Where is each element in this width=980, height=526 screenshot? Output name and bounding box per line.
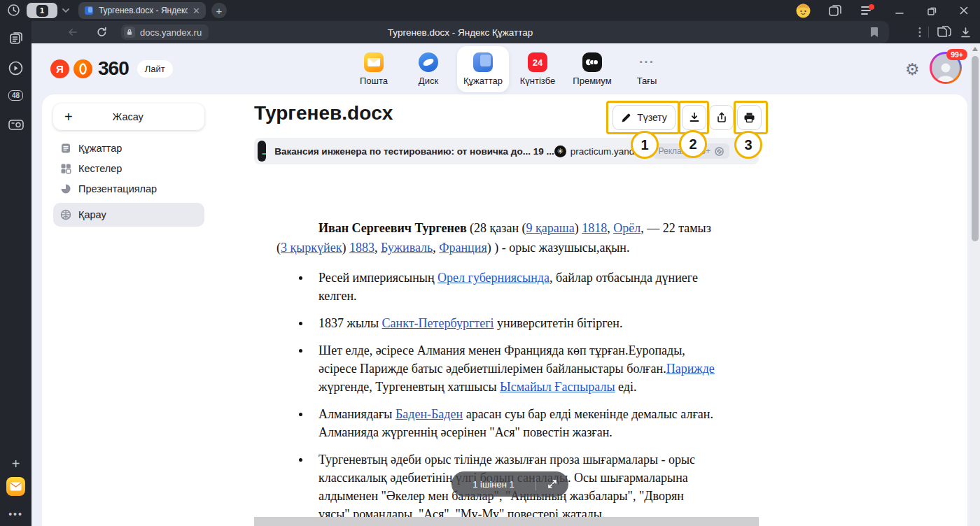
content-card: + Жасау Құжаттар Кестелер Презентациялар…: [42, 94, 967, 526]
doc-text: ,: [607, 221, 613, 235]
doc-text: ): [342, 241, 349, 255]
disk-app-icon: [419, 52, 438, 72]
doc-intro-paragraph: Иван Сергеевич Тургенев (28 қазан (9 қар…: [276, 218, 715, 257]
tab-list-chevron-icon[interactable]: [62, 6, 70, 15]
window-restore-button[interactable]: [916, 0, 948, 21]
profile-avatar[interactable]: 99+: [930, 52, 962, 84]
doc-hyperlink[interactable]: Парижде: [666, 362, 715, 376]
tab-counter-value: 1: [36, 5, 48, 17]
docs-sidebar: Құжаттар Кестелер Презентациялар Қарау: [53, 138, 204, 227]
doc-text: ,: [374, 241, 381, 255]
browser-menu-icon[interactable]: [851, 0, 883, 21]
doc-text: Алманиядағы: [318, 407, 396, 421]
nav-item-calendar[interactable]: 24 Күнтізбе: [512, 46, 564, 92]
doc-bullet: Шет елде, әсіресе Алмания менен Францияд…: [318, 341, 715, 396]
speed-badge[interactable]: 48: [0, 90, 31, 101]
bookmark-icon[interactable]: [869, 27, 879, 38]
doc-hyperlink[interactable]: 3 қыркүйек: [281, 241, 342, 255]
panel-more-icon[interactable]: •••: [0, 509, 31, 520]
brand-text: 360: [98, 57, 129, 80]
reload-icon[interactable]: [96, 27, 108, 38]
sidebar-item-presentations[interactable]: Презентациялар: [53, 178, 204, 199]
globe-icon: [60, 209, 71, 220]
annotation-label-3: 3: [734, 131, 762, 159]
tab-groups-icon[interactable]: [819, 0, 851, 21]
back-icon[interactable]: [66, 27, 78, 38]
browser-tab[interactable]: Тургенев.docx - Яндекс ✕: [78, 2, 206, 19]
fullscreen-expand-icon[interactable]: [536, 478, 568, 490]
sidebar-item-tables[interactable]: Кестелер: [53, 158, 204, 178]
address-more-icon[interactable]: [918, 27, 921, 38]
yandex-mail-icon[interactable]: [0, 477, 31, 496]
annotation-box-2: [678, 101, 709, 134]
ad-info-icon[interactable]: [715, 147, 724, 156]
panel-add-icon[interactable]: +: [0, 456, 31, 472]
document-favicon: [84, 6, 94, 15]
sidebar-item-view[interactable]: Қарау: [53, 203, 204, 227]
yandex-360-logo[interactable]: Я 360 Лайт: [50, 57, 173, 80]
doc-hyperlink[interactable]: 1883: [349, 241, 374, 255]
doc-hyperlink[interactable]: Франция: [439, 241, 486, 255]
scrollbar-up-arrow[interactable]: [972, 47, 978, 51]
create-button[interactable]: + Жасау: [53, 104, 204, 130]
video-icon[interactable]: [0, 60, 31, 76]
doc-hyperlink[interactable]: Санкт-Петербургтегі: [382, 316, 494, 330]
services-nav: Пошта Диск Құжаттар 24 Күнтізбе Премиум …: [348, 46, 673, 92]
documents-app-icon: [473, 52, 493, 72]
page-break-gap: [254, 517, 759, 526]
lock-icon[interactable]: [124, 27, 135, 38]
share-button[interactable]: [709, 105, 734, 130]
doc-hyperlink[interactable]: 9 қараша: [526, 221, 575, 235]
more-apps-icon: ···: [637, 52, 657, 72]
collections-icon[interactable]: [936, 25, 953, 39]
doc-text: Ресей империясының: [318, 271, 438, 285]
browser-titlebar: 1 Тургенев.docx - Яндекс ✕ +: [0, 0, 980, 21]
ad-thumbnail: [258, 141, 266, 162]
doc-text: 1837 жылы: [318, 316, 382, 330]
nav-item-premium[interactable]: Премиум: [566, 46, 618, 92]
doc-hyperlink[interactable]: Ысмайыл Ғаспыралы: [500, 380, 615, 394]
history-clock-icon[interactable]: [7, 3, 20, 17]
tab-title: Тургенев.docx - Яндекс: [99, 6, 188, 15]
toolbar-divider: [928, 27, 929, 38]
profile-avatar-small[interactable]: [787, 0, 819, 21]
page-scrollbar[interactable]: [970, 43, 980, 526]
ad-headline: Вакансия инженера по тестированию: от но…: [274, 146, 554, 157]
plus-icon: +: [64, 109, 73, 125]
downloads-icon[interactable]: [960, 27, 972, 38]
brand-badge: Лайт: [137, 60, 173, 78]
screenshot-icon[interactable]: [0, 118, 31, 132]
nav-item-disk[interactable]: Диск: [402, 46, 454, 92]
doc-hyperlink[interactable]: Буживаль: [381, 241, 433, 255]
browser-side-panel: 48 + •••: [0, 21, 31, 526]
doc-hyperlink[interactable]: Орел губерниясында: [438, 271, 550, 285]
nav-item-mail[interactable]: Пошта: [348, 46, 400, 92]
settings-gear-icon[interactable]: ⚙: [905, 60, 920, 78]
sidebar-item-documents[interactable]: Құжаттар: [53, 138, 204, 158]
window-minimize-button[interactable]: [883, 0, 916, 21]
doc-hyperlink[interactable]: Баден-Баден: [396, 407, 463, 421]
tab-counter[interactable]: 1: [27, 3, 57, 18]
address-bar[interactable]: docs.yandex.ru Тургенев.docx - Яндекс Құ…: [31, 21, 889, 43]
url-chip[interactable]: docs.yandex.ru: [121, 24, 209, 40]
scrollbar-thumb[interactable]: [972, 56, 979, 241]
doc-text: еді.: [615, 380, 637, 394]
documents-icon: [60, 143, 71, 154]
window-close-button[interactable]: [948, 0, 980, 21]
nav-item-more[interactable]: ··· Тағы: [621, 46, 673, 92]
annotation-box-1: [606, 101, 680, 134]
feed-icon[interactable]: [0, 31, 31, 46]
new-tab-button[interactable]: +: [211, 3, 227, 18]
doc-text: жүргенде, Тургеневтың хатшысы: [318, 380, 500, 394]
annotation-label-1: 1: [631, 131, 659, 159]
doc-text: ) ) - орыс жазушысы,ақын.: [487, 241, 630, 255]
document-title: Тургенев.docx: [254, 102, 393, 125]
menu-notification-dot: [869, 4, 874, 10]
practicum-icon: ✳: [554, 145, 566, 157]
doc-text: университетін бітірген.: [494, 316, 623, 330]
tab-close-icon[interactable]: ✕: [192, 6, 200, 15]
presentations-icon: [60, 183, 71, 194]
nav-item-documents[interactable]: Құжаттар: [457, 46, 509, 92]
doc-hyperlink[interactable]: Орёл: [613, 221, 640, 235]
doc-hyperlink[interactable]: 1818: [582, 221, 607, 235]
